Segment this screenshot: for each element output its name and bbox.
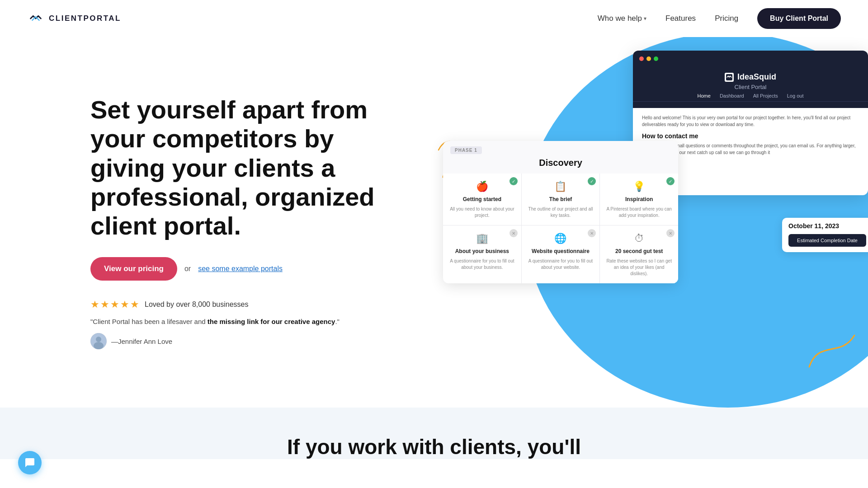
stars-row: ★★★★★ Loved by over 8,000 businesses: [90, 299, 380, 310]
bottom-section: If you work with clients, you'll: [0, 408, 868, 459]
hero-illustration: IdeaSquid Client Portal Home Dashboard A…: [398, 37, 868, 408]
hero-content: Set yourself apart from your competitors…: [90, 95, 380, 349]
portal-brand-name: IdeaSquid: [737, 72, 776, 82]
stars-label: Loved by over 8,000 businesses: [145, 300, 248, 309]
card-desc: A Pinterest board where you can add your…: [605, 206, 673, 219]
portal-nav-home: Home: [698, 93, 711, 99]
nav-who-we-help[interactable]: Who we help ▾: [598, 14, 646, 23]
testimonial-bold: the missing link for our creative agency: [208, 318, 335, 325]
date-card: October 11, 2023 Estimated Completion Da…: [782, 218, 868, 252]
card-gut-test: ✕ ⏱ 20 second gut test Rate these websit…: [600, 225, 678, 283]
avatar: [90, 333, 107, 349]
x-icon: ✕: [588, 229, 596, 237]
portal-nav-projects: All Projects: [753, 93, 778, 99]
x-icon: ✕: [509, 229, 518, 237]
portal-welcome: Hello and welcome! This is your very own…: [642, 114, 859, 128]
card-title: About your business: [455, 248, 509, 254]
window-dot-red: [639, 56, 644, 61]
window-dot-yellow: [646, 56, 651, 61]
portal-brand-icon: [725, 73, 734, 82]
hero-title: Set yourself apart from your competitors…: [90, 95, 380, 241]
buy-client-portal-button[interactable]: Buy Client Portal: [757, 8, 841, 29]
testimonial-text: "Client Portal has been a lifesaver and …: [90, 317, 380, 327]
chevron-down-icon: ▾: [644, 15, 646, 22]
logo[interactable]: CLIENTPORTAL: [27, 10, 121, 27]
phase-badge: PHASE 1: [450, 146, 482, 154]
author-name: —Jennifer Ann Love: [111, 338, 172, 345]
check-icon: ✓: [666, 177, 675, 185]
star-icons: ★★★★★: [90, 299, 140, 310]
estimated-completion-label: Estimated Completion Date: [788, 234, 866, 247]
logo-text: CLIENTPORTAL: [49, 14, 121, 23]
hero-cta-row: View our pricing or see some example por…: [90, 257, 380, 281]
card-website-questionnaire: ✕ 🌐 Website questionnaire A questionnair…: [522, 225, 600, 283]
portal-nav-logout: Log out: [787, 93, 804, 99]
chat-bubble-button[interactable]: [18, 451, 42, 474]
card-getting-started: ✓ 🍎 Getting started All you need to know…: [443, 174, 521, 225]
discovery-title: Discovery: [443, 156, 678, 174]
example-portals-link[interactable]: see some example portals: [198, 265, 283, 273]
card-desc: A questionnaire for you to fill out abou…: [527, 258, 594, 271]
navbar: CLIENTPORTAL Who we help ▾ Features Pric…: [0, 0, 868, 37]
card-desc: A questionnaire for you to fill out abou…: [448, 258, 516, 271]
portal-brand: IdeaSquid: [633, 72, 868, 82]
card-title: The brief: [549, 196, 572, 202]
card-title: Getting started: [463, 196, 501, 202]
card-the-brief: ✓ 📋 The brief The outline of our project…: [522, 174, 600, 225]
hero-or-text: or: [184, 265, 191, 273]
date-card-body: Estimated Completion Date: [782, 234, 868, 252]
svg-point-3: [94, 342, 104, 349]
nav-links: Who we help ▾ Features Pricing Buy Clien…: [598, 8, 841, 29]
svg-point-2: [96, 337, 101, 342]
portal-header: IdeaSquid Client Portal Home Dashboard A…: [633, 67, 868, 108]
card-title: Inspiration: [625, 196, 653, 202]
card-desc: All you need to know about your project.: [448, 206, 516, 219]
portal-titlebar: [633, 51, 868, 67]
date-card-header: October 11, 2023: [782, 218, 868, 234]
portal-subtitle: Client Portal: [633, 84, 868, 90]
discovery-panel: PHASE 1 Discovery ✓ 🍎 Getting started Al…: [443, 141, 678, 283]
testimonial-author: —Jennifer Ann Love: [90, 333, 380, 349]
portal-section-title: How to contact me: [642, 132, 859, 140]
portal-nav-dashboard: Dashboard: [720, 93, 744, 99]
card-title: 20 second gut test: [615, 248, 663, 254]
view-pricing-button[interactable]: View our pricing: [90, 257, 177, 281]
nav-pricing[interactable]: Pricing: [715, 14, 738, 23]
card-desc: Rate these websites so I can get an idea…: [605, 258, 673, 277]
bottom-title: If you work with clients, you'll: [0, 435, 868, 459]
x-icon: ✕: [666, 229, 675, 237]
portal-nav: Home Dashboard All Projects Log out: [633, 90, 868, 102]
cards-grid: ✓ 🍎 Getting started All you need to know…: [443, 174, 678, 283]
card-inspiration: ✓ 💡 Inspiration A Pinterest board where …: [600, 174, 678, 225]
card-desc: The outline of our project and all key t…: [527, 206, 594, 219]
card-title: Website questionnaire: [532, 248, 590, 254]
check-icon: ✓: [509, 177, 518, 185]
nav-features[interactable]: Features: [665, 14, 696, 23]
window-dot-green: [654, 56, 658, 61]
card-about-business: ✕ 🏢 About your business A questionnaire …: [443, 225, 521, 283]
hero-section: Set yourself apart from your competitors…: [0, 37, 868, 408]
check-icon: ✓: [588, 177, 596, 185]
